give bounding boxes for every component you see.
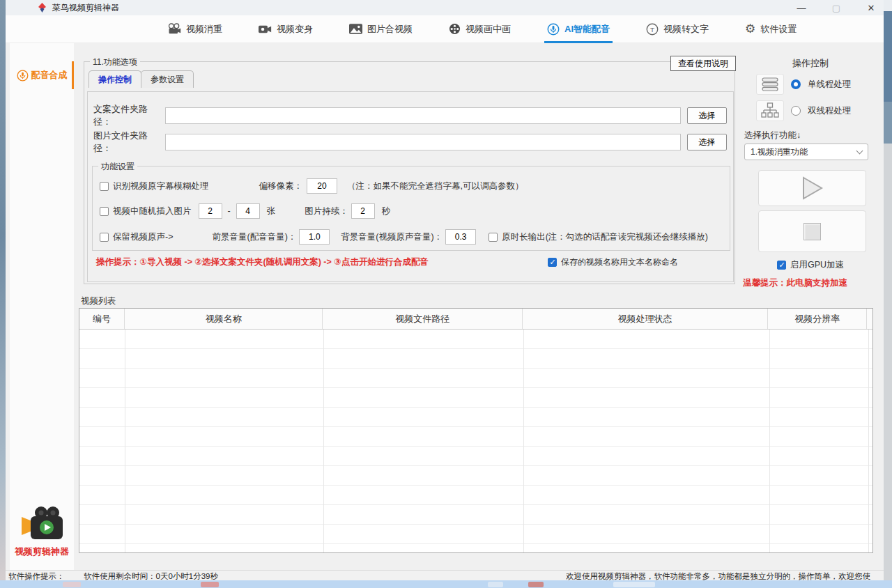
nav-tab-image-to-video[interactable]: 图片合视频 xyxy=(349,15,413,43)
video-camera-icon xyxy=(259,24,272,34)
nav-tab-video-transform[interactable]: 视频变身 xyxy=(259,15,313,43)
video-list-body[interactable] xyxy=(79,330,872,552)
background-window-left-edge xyxy=(0,0,6,588)
gear-icon: ⚙ xyxy=(745,23,755,35)
close-button[interactable]: ✕ xyxy=(866,3,877,13)
stack-icon xyxy=(761,77,779,92)
col-number: 编号 xyxy=(79,309,125,329)
background-volume-label: 背景音量(视频原声音量)： xyxy=(341,231,443,243)
tree-icon xyxy=(761,102,779,119)
gpu-acceleration-label: 启用GPU加速 xyxy=(790,259,844,271)
stop-icon xyxy=(803,223,821,240)
image-folder-label: 图片文件夹路径： xyxy=(93,130,165,155)
offset-note: （注：如果不能完全遮挡字幕,可以调高参数） xyxy=(347,180,523,192)
keep-original-audio-checkbox[interactable] xyxy=(100,233,109,242)
background-volume-input[interactable] xyxy=(445,229,476,245)
text-folder-input[interactable] xyxy=(165,107,681,124)
stop-button[interactable] xyxy=(758,210,866,252)
offset-pixels-label: 偏移像素： xyxy=(259,180,303,192)
desktop-taskbar xyxy=(0,580,892,588)
start-button[interactable] xyxy=(758,170,866,206)
dual-thread-label: 双线程处理 xyxy=(808,105,852,117)
image-duration-input[interactable] xyxy=(351,203,375,219)
brand-logo: 视频剪辑神器 xyxy=(10,506,74,558)
nav-tab-video-to-text[interactable]: T 视频转文字 xyxy=(646,15,709,43)
nav-tab-settings[interactable]: ⚙ 软件设置 xyxy=(745,15,797,43)
offset-pixels-input[interactable] xyxy=(307,178,337,194)
single-thread-label: 单线程处理 xyxy=(808,79,852,91)
col-file-path: 视频文件路径 xyxy=(323,309,523,329)
insert-min-input[interactable] xyxy=(199,203,222,219)
sidebar: 配音合成 视频剪辑神器 xyxy=(10,43,74,570)
play-icon xyxy=(802,176,823,200)
tab-operation-control[interactable]: 操作控制 xyxy=(89,70,141,88)
film-reel-icon xyxy=(449,23,461,35)
foreground-volume-label: 前景音量(配音音量)： xyxy=(212,231,296,243)
range-dash: - xyxy=(228,206,231,216)
app-logo-icon xyxy=(38,3,47,13)
panel-tabstrip: 操作控制 参数设置 xyxy=(89,70,193,88)
operation-control-pane: 文案文件夹路径： 选择 图片文件夹路径： 选择 功能设置 识别视频原字幕模糊处理… xyxy=(87,91,734,282)
brand-caption: 视频剪辑神器 xyxy=(10,546,74,558)
svg-text:T: T xyxy=(650,25,654,33)
control-panel-title: 操作控制 xyxy=(742,57,879,70)
col-scroll-gutter xyxy=(867,309,872,329)
insert-images-checkbox[interactable] xyxy=(100,207,109,216)
image-duration-label: 图片持续： xyxy=(305,206,348,217)
statusbar: 软件操作提示： 软件使用剩余时间：0天0小时1分39秒 欢迎使用视频剪辑神器，软… xyxy=(6,570,884,580)
save-name-label: 保存的视频名称用文本名称命名 xyxy=(561,256,678,268)
insert-images-label: 视频中随机插入图片 xyxy=(113,206,192,217)
video-list-header: 编号 视频名称 视频文件路径 视频处理状态 视频分辨率 xyxy=(79,309,872,330)
view-instructions-button[interactable]: 查看使用说明 xyxy=(670,56,736,71)
image-folder-browse-button[interactable]: 选择 xyxy=(687,134,727,150)
dual-thread-radio[interactable] xyxy=(791,106,801,116)
original-duration-checkbox[interactable] xyxy=(489,233,498,242)
foreground-volume-input[interactable] xyxy=(299,229,330,245)
image-icon xyxy=(349,24,362,34)
tab-parameter-settings[interactable]: 参数设置 xyxy=(141,70,194,88)
chevron-down-icon xyxy=(856,147,863,154)
maximize-button[interactable]: ▢ xyxy=(831,3,842,13)
function-dropdown[interactable]: 1.视频消重功能 xyxy=(744,144,868,160)
window-title: 菜鸟视频剪辑神器 xyxy=(52,2,119,14)
col-resolution: 视频分辨率 xyxy=(768,309,867,329)
function-options-title: 11.功能选项 xyxy=(90,56,140,68)
duration-unit-label: 秒 xyxy=(382,206,391,217)
blur-subtitle-checkbox[interactable] xyxy=(100,182,109,191)
function-options-group: 11.功能选项 查看使用说明 操作控制 参数设置 文案文件夹路径： 选择 图片文… xyxy=(84,61,735,284)
select-function-label: 选择执行功能↓ xyxy=(744,130,801,141)
col-status: 视频处理状态 xyxy=(523,309,768,329)
background-window-right-edge xyxy=(884,0,892,580)
video-list-title: 视频列表 xyxy=(81,295,118,307)
text-folder-browse-button[interactable]: 选择 xyxy=(687,107,727,124)
microphone-icon xyxy=(17,70,29,82)
nav-tab-ai-dubbing[interactable]: AI智能配音 xyxy=(547,15,610,43)
minimize-button[interactable]: — xyxy=(796,3,807,13)
video-list-table: 编号 视频名称 视频文件路径 视频处理状态 视频分辨率 xyxy=(79,308,873,553)
insert-max-input[interactable] xyxy=(236,203,260,219)
function-dropdown-value: 1.视频消重功能 xyxy=(751,146,808,158)
letter-t-circle-icon: T xyxy=(646,23,659,36)
insert-unit-label: 张 xyxy=(267,206,276,217)
movie-camera-icon xyxy=(167,23,181,35)
blur-subtitle-label: 识别视频原字幕模糊处理 xyxy=(113,180,209,192)
sidebar-item-dubbing-synthesis[interactable]: 配音合成 xyxy=(10,60,74,91)
operation-hint: 操作提示：①导入视频 -> ②选择文案文件夹(随机调用文案) -> ③点击开始进… xyxy=(96,256,429,268)
nav-tab-video-dedup[interactable]: 视频消重 xyxy=(167,15,222,43)
nav-tab-video-pip[interactable]: 视频画中画 xyxy=(449,15,511,43)
function-settings-title: 功能设置 xyxy=(98,161,137,173)
save-name-checkbox[interactable] xyxy=(548,258,557,267)
gpu-row: 启用GPU加速 xyxy=(742,259,879,271)
single-thread-radio[interactable] xyxy=(791,79,801,89)
camera-logo-icon xyxy=(20,506,63,541)
col-video-name: 视频名称 xyxy=(125,309,323,329)
gpu-hint: 温馨提示：此电脑支持加速 xyxy=(743,277,847,289)
function-settings-group: 功能设置 识别视频原字幕模糊处理 偏移像素： （注：如果不能完全遮挡字幕,可以调… xyxy=(92,166,730,251)
original-duration-label: 原时长输出(注：勾选的话配音读完视频还会继续播放) xyxy=(502,231,708,243)
gpu-acceleration-checkbox[interactable] xyxy=(777,261,786,270)
dual-thread-chip xyxy=(756,100,784,121)
image-folder-input[interactable] xyxy=(165,134,681,150)
titlebar: 菜鸟视频剪辑神器 — ▢ ✕ xyxy=(6,0,884,15)
keep-original-audio-label: 保留视频原声-> xyxy=(113,231,173,243)
text-folder-label: 文案文件夹路径： xyxy=(93,103,165,128)
